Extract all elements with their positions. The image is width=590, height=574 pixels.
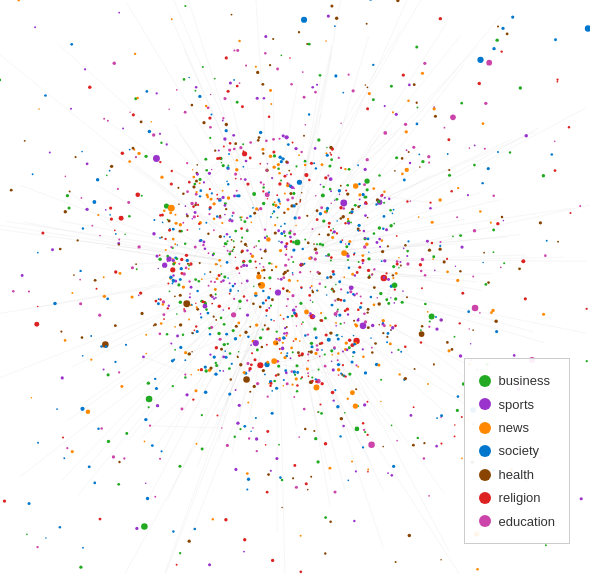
legend-item-sports: sports [479, 393, 555, 416]
legend-item-news: news [479, 416, 555, 439]
legend-item-health: health [479, 463, 555, 486]
legend-dot-sports [479, 398, 491, 410]
legend-label-business: business [499, 369, 550, 392]
legend-dot-health [479, 469, 491, 481]
legend-dot-news [479, 422, 491, 434]
legend-dot-education [479, 515, 491, 527]
legend-item-society: society [479, 439, 555, 462]
legend-label-education: education [499, 510, 555, 533]
legend-label-news: news [499, 416, 529, 439]
legend-dot-society [479, 445, 491, 457]
legend-dot-religion [479, 492, 491, 504]
network-graph-container: businesssportsnewssocietyhealthreligione… [0, 0, 590, 574]
legend-dot-business [479, 375, 491, 387]
legend-label-health: health [499, 463, 534, 486]
legend-label-religion: religion [499, 486, 541, 509]
legend-item-business: business [479, 369, 555, 392]
legend-panel: businesssportsnewssocietyhealthreligione… [464, 358, 570, 544]
legend-label-society: society [499, 439, 539, 462]
legend-item-religion: religion [479, 486, 555, 509]
legend-label-sports: sports [499, 393, 534, 416]
legend-item-education: education [479, 510, 555, 533]
